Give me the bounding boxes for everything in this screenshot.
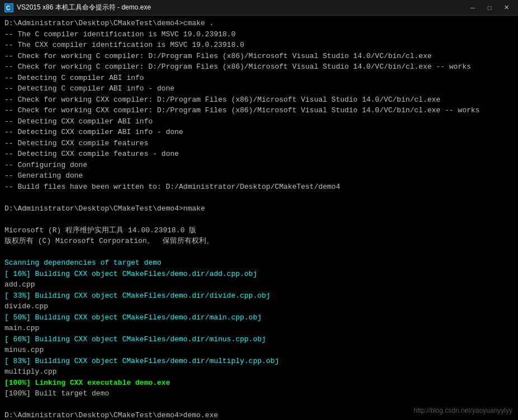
terminal-line: -- Detecting C compiler ABI info - done — [4, 83, 514, 94]
minimize-button[interactable]: ─ — [465, 3, 480, 13]
svg-text:C: C — [6, 5, 10, 11]
terminal-line: D:\Administrator\Desktop\CMakeTest\demo4… — [4, 18, 514, 29]
terminal-line: main.cpp — [4, 323, 514, 334]
terminal-line: -- Check for working C compiler: D:/Prog… — [4, 61, 514, 73]
close-button[interactable]: ✕ — [499, 3, 514, 13]
terminal-line-linking: [100%] Linking CXX executable demo.exe — [4, 378, 514, 389]
terminal-line: [ 33%] Building CXX object CMakeFiles/de… — [4, 290, 514, 302]
terminal-line: -- Check for working CXX compiler: D:/Pr… — [4, 105, 514, 116]
terminal-line: -- The CXX compiler identification is MS… — [4, 40, 514, 51]
terminal-line: -- The C compiler identification is MSVC… — [4, 29, 514, 40]
terminal-line: D:\Administrator\Desktop\CMakeTest\demo4… — [4, 203, 514, 214]
terminal-line: [ 50%] Building CXX object CMakeFiles/de… — [4, 312, 514, 323]
terminal-line: [ 83%] Building CXX object CMakeFiles/de… — [4, 356, 514, 367]
terminal-line: add.cpp — [4, 279, 514, 290]
terminal-line-scanning: Scanning dependencies of target demo — [4, 257, 514, 269]
terminal-line — [4, 247, 514, 258]
window-title: VS2015 x86 本机工具命令提示符 - demo.exe — [17, 3, 151, 12]
terminal-line: Microsoft (R) 程序维护实用工具 14.00.23918.0 版 — [4, 225, 514, 236]
terminal-line: [100%] Built target demo — [4, 388, 514, 399]
terminal-line: -- Check for working C compiler: D:/Prog… — [4, 51, 514, 62]
terminal-line: -- Check for working CXX compiler: D:/Pr… — [4, 94, 514, 106]
terminal-line: 版权所有 (C) Microsoft Corporation。 保留所有权利。 — [4, 236, 514, 247]
terminal-line: [ 16%] Building CXX object CMakeFiles/de… — [4, 269, 514, 280]
terminal-line: minus.cpp — [4, 345, 514, 356]
app-icon: C — [4, 3, 13, 12]
terminal-line: -- Configuring done — [4, 160, 514, 171]
terminal-line — [4, 214, 514, 225]
terminal-window: D:\Administrator\Desktop\CMakeTest\demo4… — [0, 16, 518, 420]
terminal-line: divide.cpp — [4, 301, 514, 312]
titlebar: C VS2015 x86 本机工具命令提示符 - demo.exe ─ □ ✕ — [0, 0, 518, 16]
terminal-line: -- Detecting CXX compile features - done — [4, 149, 514, 160]
titlebar-left: C VS2015 x86 本机工具命令提示符 - demo.exe — [4, 3, 151, 12]
maximize-button[interactable]: □ — [482, 3, 497, 13]
terminal-line: -- Detecting CXX compiler ABI info — [4, 116, 514, 127]
terminal-line: -- Generating done — [4, 170, 514, 182]
terminal-line — [4, 192, 514, 203]
window-controls: ─ □ ✕ — [465, 3, 514, 13]
watermark: http://blog.csdn.net/yaoyuanyylyy — [414, 407, 512, 414]
terminal-line: -- Detecting CXX compile features — [4, 138, 514, 149]
terminal-line: [ 66%] Building CXX object CMakeFiles/de… — [4, 334, 514, 345]
terminal-line: multiply.cpp — [4, 366, 514, 378]
terminal-line: -- Build files have been written to: D:/… — [4, 182, 514, 193]
terminal-line: -- Detecting C compiler ABI info — [4, 73, 514, 84]
terminal-line: -- Detecting CXX compiler ABI info - don… — [4, 127, 514, 138]
